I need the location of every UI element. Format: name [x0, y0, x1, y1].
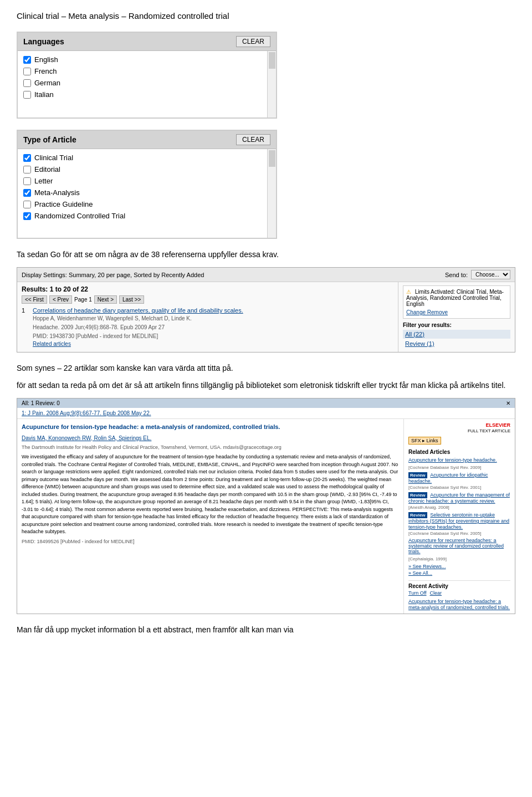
scrollbar-thumb [269, 52, 275, 69]
related-article-1[interactable]: Acupuncture for tension-type headache. [408, 457, 510, 463]
limits-icon: ⚠ [406, 289, 411, 295]
filter-all-link[interactable]: All (22) [403, 330, 510, 339]
list-item: Editorial [23, 164, 270, 175]
list-item: French [23, 65, 270, 77]
change-remove-link[interactable]: Change Remove [406, 309, 448, 315]
see-all-link[interactable]: » See All... [408, 570, 510, 576]
article-type-scrollbar-track[interactable] [267, 149, 276, 238]
list-item: Review Selective serotonin re-uptake inh… [408, 512, 510, 536]
recent-activity-controls: Turn Off Clear [408, 590, 510, 596]
english-checkbox[interactable] [23, 56, 31, 64]
list-item: Clinical Trial [23, 152, 270, 164]
italian-label: Italian [34, 90, 54, 99]
results-top-bar: Display Settings: Summary, 20 per page, … [17, 268, 515, 282]
list-item: Practice Guideline [23, 198, 270, 210]
article-info: Correlations of headache diary parameter… [33, 307, 243, 347]
list-item: Randomized Controlled Trial [23, 210, 270, 222]
clear-recent-link[interactable]: Clear [430, 590, 442, 596]
german-label: German [34, 79, 60, 87]
send-to-label: Send to: [445, 272, 468, 278]
scrollbar-track[interactable] [267, 51, 276, 117]
instruction-4: Man får då upp mycket information bl a e… [17, 625, 515, 634]
letter-checkbox[interactable] [23, 177, 31, 185]
article-authors: Hoppe A, Weidenhammer W, Wagenpfeil S, M… [33, 315, 243, 323]
related-source-1: [Cochrane Database Syst Rev. 2009] [408, 465, 481, 470]
meta-analysis-label: Meta-Analysis [34, 188, 80, 197]
related-source-5: [Cephalalgia. 1999] [408, 556, 447, 561]
editorial-label: Editorial [34, 165, 60, 173]
list-item: German [23, 77, 270, 89]
article-author-links[interactable]: Davis MA, Kononowech RW, Rolin SA, Spier… [22, 434, 399, 442]
page-title: Clinical trial – Meta analysis – Randomi… [17, 11, 515, 21]
languages-filter-header: Languages CLEAR [18, 33, 276, 51]
list-item: Review Acupuncture for the management of… [408, 492, 510, 510]
review-badge-2: Review [408, 492, 427, 498]
results-left-panel: Results: 1 to 20 of 22 << First < Prev P… [17, 282, 398, 352]
article-number: 1 [22, 307, 29, 347]
article-type-filter-body: Clinical Trial Editorial Letter Meta-Ana… [18, 149, 276, 238]
article-top-bar-text: All: 1 Review: 0 [22, 400, 60, 406]
clinical-trial-checkbox[interactable] [23, 154, 31, 162]
turn-off-link[interactable]: Turn Off [408, 590, 427, 596]
french-checkbox[interactable] [23, 68, 31, 75]
close-icon[interactable]: ✕ [506, 400, 510, 406]
send-to-area: Send to: Choose... [445, 270, 510, 279]
last-page-button[interactable]: Last >> [119, 295, 144, 304]
article-affiliation: The Dartmouth Institute for Health Polic… [22, 444, 399, 452]
see-more-links: » See Reviews... » See All... [408, 564, 510, 576]
editorial-checkbox[interactable] [23, 166, 31, 173]
languages-filter-body: English French German Italian [18, 51, 276, 117]
next-page-button[interactable]: Next > [94, 295, 117, 304]
article-type-filter-title: Type of Article [23, 135, 76, 144]
related-source-4: [Cochrane Database Syst Rev. 2005] [408, 531, 481, 536]
article-top-bar: All: 1 Review: 0 ✕ [17, 398, 515, 408]
list-item: Italian [23, 89, 270, 100]
rct-label: Randomized Controlled Trial [34, 212, 125, 220]
article-pmid-note: PMID: 18499526 [PubMed - indexed for MED… [22, 538, 399, 546]
article-type-scrollbar-thumb [269, 150, 275, 167]
practice-guideline-label: Practice Guideline [34, 200, 93, 208]
article-pmid: PMID: 19438730 [PubMed - indexed for MED… [33, 333, 243, 340]
practice-guideline-checkbox[interactable] [23, 201, 31, 208]
meta-analysis-checkbox[interactable] [23, 189, 31, 197]
sfx-badge[interactable]: SFX ▸ Links [408, 437, 441, 445]
display-settings: Display Settings: Summary, 20 per page, … [22, 272, 204, 278]
languages-filter: Languages CLEAR English French German It… [17, 32, 277, 119]
languages-filter-title: Languages [23, 37, 64, 46]
results-main: Results: 1 to 20 of 22 << First < Prev P… [17, 282, 515, 352]
article-type-filter: Type of Article CLEAR Clinical Trial Edi… [17, 130, 277, 239]
italian-checkbox[interactable] [23, 91, 31, 99]
article-detail-screenshot: All: 1 Review: 0 ✕ 1: J Pain. 2008 Aug;9… [17, 398, 515, 614]
related-articles-link[interactable]: Related articles [33, 341, 71, 347]
filter-review-link[interactable]: Review (1) [403, 339, 510, 348]
pagination: << First < Prev Page 1 Next > Last >> [22, 295, 393, 304]
languages-clear-button[interactable]: CLEAR [236, 36, 270, 47]
french-label: French [34, 67, 57, 75]
review-badge-3: Review [408, 512, 427, 518]
results-right-panel: ⚠ Limits Activated: Clinical Trial, Meta… [398, 282, 515, 352]
review-badge: Review [408, 472, 427, 478]
article-reference[interactable]: 1: J Pain. 2008 Aug;9(8):667-77. Epub 20… [17, 408, 515, 419]
see-reviews-link[interactable]: » See Reviews... [408, 564, 510, 569]
article-content: Acupuncture for tension-type headache: a… [17, 419, 515, 614]
related-article-5[interactable]: Acupuncture for recurrent headaches: a s… [408, 538, 510, 554]
instruction-2: Som synes – 22 artiklar som kanske kan v… [17, 364, 515, 372]
results-screenshot: Display Settings: Summary, 20 per page, … [17, 267, 515, 352]
first-page-button[interactable]: << First [22, 295, 47, 304]
article-type-clear-button[interactable]: CLEAR [236, 134, 270, 145]
limits-text: Limits Activated: Clinical Trial, Meta-A… [406, 289, 504, 307]
article-type-options: Clinical Trial Editorial Letter Meta-Ana… [18, 149, 276, 224]
instruction-1: Ta sedan Go för att se om några av de 38… [17, 250, 515, 259]
rct-checkbox[interactable] [23, 212, 31, 220]
article-left-panel: Acupuncture for tension-type headache: a… [17, 419, 404, 614]
recent-activity-title: Recent Activity [408, 583, 510, 589]
recent-article-item[interactable]: Acupuncture for tension-type headache: a… [408, 599, 510, 610]
send-to-select[interactable]: Choose... [471, 270, 510, 279]
related-articles-title: Related Articles [408, 449, 510, 455]
related-source-2: [Cochrane Database Syst Rev. 2001] [408, 485, 481, 490]
article-title-link[interactable]: Correlations of headache diary parameter… [33, 307, 243, 314]
german-checkbox[interactable] [23, 79, 31, 87]
article-abstract: We investigated the efficacy and safety … [22, 453, 399, 536]
prev-page-button[interactable]: < Prev [49, 295, 72, 304]
article-right-panel: ELSEVIER FULL TEXT ARTICLE SFX ▸ Links R… [404, 419, 515, 614]
